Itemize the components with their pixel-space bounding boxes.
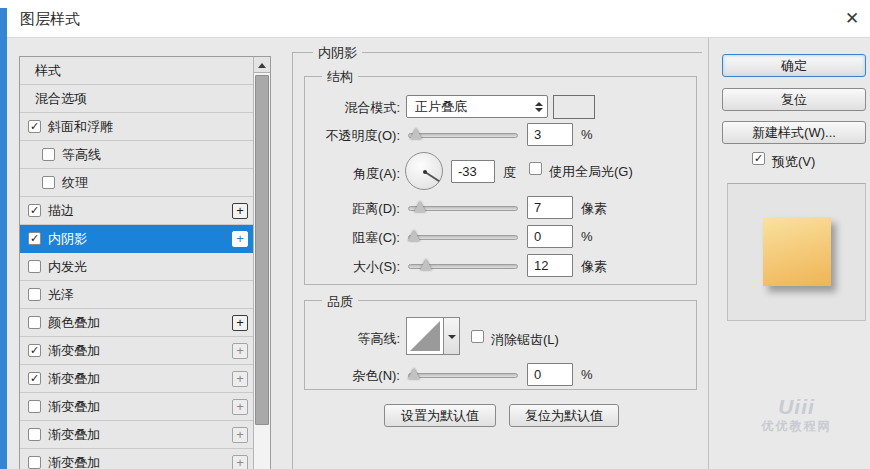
sidebar-item-14[interactable]: 渐变叠加+	[20, 421, 254, 449]
size-label: 大小(S):	[300, 258, 400, 276]
style-list: 样式混合选项✓斜面和浮雕等高线纹理✓描边+✓内阴影+内发光光泽颜色叠加+✓渐变叠…	[19, 56, 271, 469]
sidebar-item-11[interactable]: ✓渐变叠加+	[20, 337, 254, 365]
sidebar-item-12[interactable]: ✓渐变叠加+	[20, 365, 254, 393]
plus-button[interactable]: +	[232, 343, 248, 359]
arrow-down-icon	[448, 335, 456, 339]
ok-button[interactable]: 确定	[722, 54, 866, 77]
size-slider[interactable]	[408, 258, 518, 272]
new-style-button[interactable]: 新建样式(W)...	[722, 121, 866, 144]
plus-button[interactable]: +	[232, 455, 248, 469]
plus-button[interactable]: +	[232, 399, 248, 415]
plus-button[interactable]: +	[232, 231, 248, 247]
left-accent-strip	[0, 8, 7, 469]
checkbox[interactable]	[28, 288, 41, 301]
sidebar-item-7[interactable]: ✓内阴影+	[20, 225, 254, 253]
slider-thumb[interactable]	[420, 259, 432, 270]
sidebar-item-label: 等高线	[62, 146, 101, 164]
checkbox[interactable]	[28, 428, 41, 441]
checkbox[interactable]	[28, 260, 41, 273]
shadow-color-swatch[interactable]	[553, 95, 595, 119]
title-bar: 图层样式 ✕	[0, 0, 870, 38]
sidebar-item-label: 渐变叠加	[48, 454, 100, 469]
sidebar-item-2[interactable]: 混合选项	[20, 85, 254, 113]
global-light-checkbox[interactable]	[529, 162, 542, 175]
arrow-up-icon	[258, 63, 266, 68]
close-icon[interactable]: ✕	[838, 5, 866, 33]
contour-dropdown-arrow[interactable]	[444, 317, 460, 355]
sidebar-item-label: 纹理	[62, 174, 88, 192]
noise-slider[interactable]	[408, 367, 518, 381]
scrollbar-thumb[interactable]	[255, 75, 269, 425]
slider-track[interactable]	[408, 133, 518, 138]
antialias-checkbox[interactable]	[471, 330, 484, 343]
checkbox[interactable]: ✓	[28, 232, 41, 245]
distance-slider[interactable]	[408, 200, 518, 214]
slider-track[interactable]	[408, 235, 518, 240]
sidebar-item-label: 内阴影	[48, 230, 87, 248]
angle-input[interactable]: -33	[451, 160, 495, 183]
blend-mode-label: 混合模式:	[300, 99, 400, 117]
contour-picker[interactable]	[406, 317, 444, 355]
choke-input[interactable]: 0	[527, 225, 573, 248]
structure-group-title: 结构	[322, 68, 358, 86]
sidebar-item-3[interactable]: ✓斜面和浮雕	[20, 113, 254, 141]
sidebar-item-15[interactable]: 渐变叠加+	[20, 449, 254, 469]
reset-default-button[interactable]: 复位为默认值	[509, 404, 619, 427]
combo-arrows-icon	[531, 102, 547, 112]
dialog-title: 图层样式	[20, 10, 80, 29]
slider-thumb[interactable]	[408, 230, 420, 241]
sidebar-item-8[interactable]: 内发光	[20, 253, 254, 281]
panel-title: 内阴影	[313, 44, 362, 62]
choke-slider[interactable]	[408, 229, 518, 243]
checkbox[interactable]: ✓	[28, 344, 41, 357]
angle-dial[interactable]	[405, 152, 443, 190]
checkbox[interactable]: ✓	[28, 372, 41, 385]
plus-button[interactable]: +	[232, 427, 248, 443]
slider-track[interactable]	[408, 373, 518, 378]
opacity-label: 不透明度(O):	[300, 127, 400, 145]
slider-thumb[interactable]	[414, 201, 426, 212]
sidebar-item-10[interactable]: 颜色叠加+	[20, 309, 254, 337]
choke-unit: %	[581, 229, 593, 244]
scrollbar-up-button[interactable]	[254, 57, 270, 73]
scrollbar[interactable]	[253, 57, 270, 469]
opacity-input[interactable]: 3	[527, 123, 573, 146]
checkbox[interactable]	[42, 176, 55, 189]
opacity-slider[interactable]	[408, 127, 518, 141]
style-preview-swatch	[763, 217, 831, 286]
noise-input[interactable]: 0	[527, 363, 573, 386]
sidebar-item-13[interactable]: 渐变叠加+	[20, 393, 254, 421]
sidebar-item-label: 混合选项	[35, 90, 87, 108]
sidebar-item-9[interactable]: 光泽	[20, 281, 254, 309]
slider-thumb[interactable]	[408, 368, 420, 379]
plus-button[interactable]: +	[232, 371, 248, 387]
size-input[interactable]: 12	[527, 254, 573, 277]
reset-button[interactable]: 复位	[722, 88, 866, 111]
distance-input[interactable]: 7	[527, 196, 573, 219]
sidebar-item-label: 光泽	[48, 286, 74, 304]
checkbox[interactable]	[28, 456, 41, 469]
checkbox[interactable]	[28, 400, 41, 413]
checkbox[interactable]: ✓	[28, 120, 41, 133]
set-default-button[interactable]: 设置为默认值	[384, 404, 496, 427]
sidebar-item-1[interactable]: 样式	[20, 57, 254, 85]
sidebar-item-label: 内发光	[48, 258, 87, 276]
sidebar-item-4[interactable]: 等高线	[20, 141, 254, 169]
checkbox[interactable]	[42, 148, 55, 161]
plus-button[interactable]: +	[232, 203, 248, 219]
sidebar-item-6[interactable]: ✓描边+	[20, 197, 254, 225]
plus-button[interactable]: +	[232, 315, 248, 331]
sidebar-item-5[interactable]: 纹理	[20, 169, 254, 197]
contour-label: 等高线:	[300, 330, 400, 348]
angle-unit: 度	[503, 164, 516, 182]
angle-center-dot	[423, 170, 427, 174]
sidebar-item-label: 描边	[48, 202, 74, 220]
sidebar-item-label: 颜色叠加	[48, 314, 100, 332]
checkbox[interactable]: ✓	[28, 204, 41, 217]
slider-thumb[interactable]	[410, 128, 422, 139]
checkbox[interactable]	[28, 316, 41, 329]
blend-mode-select[interactable]: 正片叠底	[406, 95, 548, 118]
opacity-unit: %	[581, 127, 593, 142]
preview-checkbox[interactable]: ✓	[752, 152, 765, 165]
sidebar-item-label: 样式	[35, 62, 61, 80]
